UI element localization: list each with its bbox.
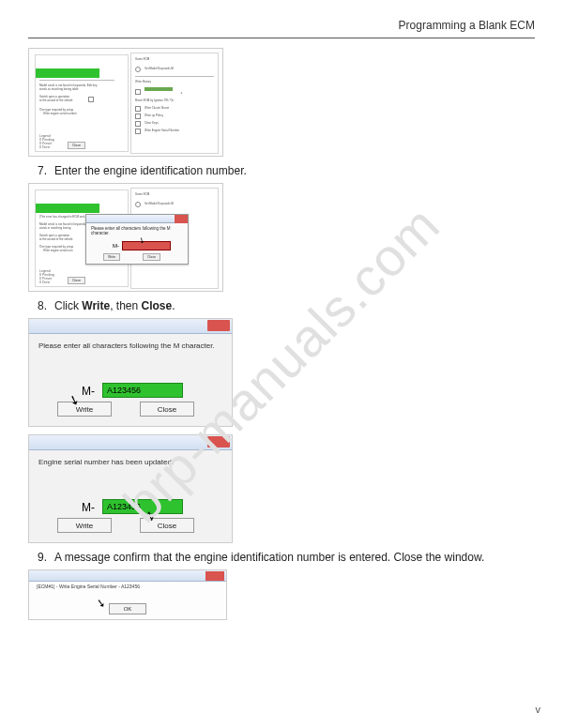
step-text: Click Write, then Close.: [54, 299, 535, 312]
option-label: Write Engine Serial Number: [145, 129, 179, 132]
close-btn-mini[interactable]: Close: [68, 142, 85, 149]
arrow-icon: ➘: [96, 596, 107, 611]
dialog-body: Engine serial number has been updated. M…: [29, 450, 232, 542]
left-panel: Model serial is not found in keywords. E…: [35, 54, 129, 152]
dialog-titlebar: [29, 319, 232, 334]
panel-text: to the wizard of the vehicle: [39, 99, 73, 102]
serial-input[interactable]: A123456: [102, 499, 183, 514]
dialog-titlebar: [86, 215, 188, 223]
close-icon[interactable]: [207, 320, 230, 331]
dialog-instruction: Please enter all characters following th…: [38, 341, 226, 351]
panel-text: Write engine serial num: [43, 249, 72, 252]
progress-bar: [36, 204, 99, 213]
panel-text: to the wizard of the vehicle: [39, 237, 73, 241]
radio-icon: [135, 202, 141, 207]
serial-input[interactable]: [122, 241, 171, 250]
close-icon[interactable]: [205, 571, 224, 581]
legend: Legend 0 Pending 0 Preset 0 Done: [39, 134, 54, 149]
screenshot-confirm-dialog: [ECM#1] - Write Engine Serial Number - A…: [28, 569, 227, 620]
step-text: A message confirm that the engine identi…: [54, 551, 535, 564]
panel-text: words as matching boring table: [39, 87, 79, 91]
option-label: Set Model Keywords M: [145, 67, 174, 70]
option-label: Write Cluster Name: [145, 106, 169, 110]
dialog-body: Please enter all characters following th…: [29, 334, 232, 426]
page-header: Programming a Blank ECM: [28, 19, 535, 38]
dialog-title-text: [ECM#1] - Write Engine Serial Number - A…: [37, 584, 140, 589]
write-button[interactable]: Write: [57, 518, 112, 533]
right-panel: Same ECM Set Model Keywords M Write Hist…: [130, 53, 219, 154]
checkbox-icon: [135, 114, 141, 119]
screenshot-updated-dialog: Engine serial number has been updated. M…: [28, 434, 233, 543]
progress-bar: [36, 68, 99, 78]
m-label: M-: [113, 243, 119, 249]
step-number: 8.: [38, 299, 54, 312]
close-button[interactable]: Close: [143, 253, 160, 261]
dialog-message: Engine serial number has been updated.: [38, 458, 226, 467]
dialog-titlebar: [29, 570, 226, 582]
mini-progress: [145, 87, 173, 91]
m-label: M-: [82, 501, 95, 514]
step-number: 9.: [38, 551, 54, 564]
page-number: v: [536, 704, 541, 715]
input-dialog: Please enter all characters following th…: [85, 214, 189, 265]
option-label: Set Model Keywords M: [145, 202, 174, 205]
ok-button[interactable]: OK: [109, 603, 146, 614]
close-icon[interactable]: [207, 436, 230, 447]
dialog-instruction: Please enter all characters following th…: [91, 226, 188, 235]
legend: Legend 0 Pending 0 Preset 0 Done: [39, 269, 54, 284]
serial-input[interactable]: A123456: [102, 383, 183, 398]
write-button[interactable]: Write: [103, 253, 120, 261]
dialog-titlebar: [29, 435, 232, 450]
arrow-icon: ➔: [180, 91, 183, 95]
close-btn-mini[interactable]: Close: [68, 277, 85, 284]
option-label: Write History: [135, 80, 151, 83]
option-label: Write up Policy: [145, 114, 163, 117]
option-label: Same ECM: [135, 192, 149, 196]
checkbox-icon: [135, 89, 141, 95]
step-text: Enter the engine identification number.: [54, 164, 535, 177]
line: [39, 80, 114, 81]
close-icon[interactable]: [175, 215, 188, 223]
option-label: Clear Keys: [145, 121, 159, 125]
step-9: 9. A message confirm that the engine ide…: [38, 551, 535, 564]
panel-text: words in matching boring: [39, 226, 70, 230]
checkbox-icon: [88, 97, 94, 102]
step-8: 8. Click Write, then Close.: [38, 299, 535, 312]
panel-text: Write engine serial number: [43, 112, 77, 115]
step-7: 7. Enter the engine identification numbe…: [38, 164, 535, 177]
checkbox-icon: [135, 129, 141, 134]
screenshot-step6-panel: Model serial is not found in keywords. E…: [28, 48, 223, 157]
checkbox-icon: [135, 106, 141, 112]
step-number: 7.: [38, 164, 54, 177]
radio-icon: [135, 67, 141, 72]
checkbox-icon: [135, 121, 141, 127]
screenshot-write-dialog: Please enter all characters following th…: [28, 318, 233, 427]
header-title: Programming a Blank ECM: [399, 19, 535, 32]
close-button[interactable]: Close: [140, 402, 194, 417]
screenshot-step7: (The error has changed in ECM and is sto…: [28, 183, 223, 292]
m-label: M-: [82, 385, 95, 398]
option-label: Same ECM: [135, 57, 149, 61]
option-label: Reset ECM by Ignition Off / On: [135, 99, 174, 102]
divider: [135, 76, 214, 77]
